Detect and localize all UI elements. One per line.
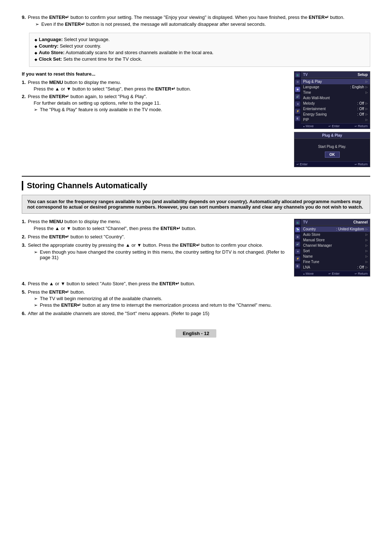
- enter-label-8: ENTER↵: [180, 242, 200, 248]
- storing-step-5-arrow-2-text: Press the ENTER↵ button at any time to i…: [40, 302, 272, 308]
- ch-sidebar-icon-3: ◉: [295, 234, 300, 239]
- setup-row-pip-label: PIP: [303, 118, 366, 122]
- enter-label-9: ENTER↵: [159, 281, 179, 286]
- section-divider: [22, 176, 370, 177]
- setup-menu-box: 📺 ⚙ ◉ 🔊 ◈ ⚡ ◧ TV Setup: [294, 71, 370, 129]
- step-9-text: Press the ENTER↵ button to confirm your …: [28, 15, 370, 20]
- bullet-item-4: ◆ Clock Set: Sets the current time for t…: [34, 56, 365, 62]
- plug-play-dialog-footer: ↵ Enter ↩ Return: [294, 161, 370, 167]
- plug-play-dialog-body: Start Plug & Play. OK: [294, 139, 370, 161]
- enter-icon-1: ↵: [328, 125, 331, 128]
- channel-menu-header: TV Channel: [301, 219, 370, 226]
- sidebar-icon-4: 🔊: [295, 94, 300, 99]
- return-icon-2: ↩: [355, 163, 357, 166]
- channel-row-manager-label: Channel Manager: [303, 243, 366, 247]
- channel-menu-full-row: 📺 📡 ◉ 🔊 ◈ ⚡ ◧ TV Channel: [294, 219, 370, 276]
- storing-step-5-arrow-2: ➢ Press the ENTER↵ button at any time to…: [34, 302, 370, 308]
- reset-step-2-sub: For further details on setting up option…: [34, 100, 287, 106]
- arrow-symbol-3: ➢: [34, 249, 38, 260]
- channel-menu-container: 📺 📡 ◉ 🔊 ◈ ⚡ ◧ TV Channel: [294, 219, 370, 277]
- channel-row-finetune-label: Fine Tune: [303, 260, 366, 264]
- section-title: Storing Channels Automatically: [22, 181, 370, 190]
- reset-step-1-number: 1.: [22, 80, 26, 92]
- storing-step-1-sub-text: Press the ▲ or ▼ button to select "Chann…: [34, 226, 196, 231]
- channel-row-manager: Channel Manager ▷: [301, 243, 370, 248]
- setup-row-language: Language : English ▷: [301, 84, 370, 90]
- setup-row-entertainment-arrow: ▷: [366, 107, 368, 110]
- storing-step-1-text: Press the MENU button to display the men…: [28, 219, 121, 224]
- setup-menu-header: TV Setup: [301, 72, 370, 78]
- channel-row-lna-arrow: ▷: [366, 266, 368, 269]
- channel-menu-body: Country : United Kingdom ▷ Auto Store ▷ …: [301, 226, 370, 271]
- steps-with-ui: 1. Press the MENU button to display the …: [22, 219, 370, 277]
- storing-step-1: 1. Press the MENU button to display the …: [22, 219, 287, 231]
- plug-play-ok-button[interactable]: OK: [325, 152, 340, 158]
- menu-label-2: MENU: [49, 219, 63, 224]
- channel-row-manualstore-label: Manual Store: [303, 238, 366, 242]
- step-9-arrow-text: Even if the ENTER↵ button is not pressed…: [41, 21, 266, 27]
- channel-row-country: Country : United Kingdom ▷: [301, 226, 370, 232]
- storing-step-2-number: 2.: [22, 234, 26, 239]
- setup-row-melody: Melody : Off ▷: [301, 101, 370, 106]
- channel-row-manager-arrow: ▷: [366, 244, 368, 247]
- enter-label-7: ENTER↵: [49, 234, 69, 239]
- channel-row-name: Name ▷: [301, 254, 370, 259]
- ch-footer-move: ⬥ Move: [303, 272, 314, 275]
- setup-row-language-label: Language: [303, 85, 350, 89]
- bullet-text-2: Country: Select your country.: [39, 43, 101, 49]
- channel-row-manualstore: Manual Store ▷: [301, 237, 370, 243]
- channel-row-autostore-label: Auto Store: [303, 233, 366, 237]
- ch-footer-enter: ↵ Enter: [328, 272, 340, 275]
- reset-title: If you want to reset this feature...: [22, 71, 287, 77]
- setup-row-pip: PIP ▷: [301, 117, 370, 122]
- storing-section: Storing Channels Automatically You can s…: [22, 181, 370, 316]
- ch-footer-move-label: Move: [306, 272, 314, 275]
- ch-sidebar-icon-7: ◧: [295, 263, 300, 269]
- page-number-badge: English - 12: [176, 329, 217, 338]
- channel-row-finetune: Fine Tune ▷: [301, 259, 370, 265]
- setup-menu-footer: ⬥ Move ↵ Enter ↩ Return: [301, 123, 370, 129]
- setup-row-wallmount-label: Auto Wall-Mount: [303, 96, 368, 100]
- bullet-item-2: ◆ Country: Select your country.: [34, 43, 365, 49]
- channel-menu-header-left: TV: [303, 220, 308, 224]
- setup-row-energy-label: Energy Saving: [303, 112, 357, 116]
- storing-step-6-content: After all the available channels are sto…: [28, 311, 370, 316]
- plug-play-dialog-text: Start Plug & Play.: [318, 145, 346, 149]
- enter-label-4: ENTER↵: [155, 86, 175, 92]
- storing-step-3-content: Select the appropriate country by pressi…: [28, 242, 287, 260]
- dialog-footer-return-label: Return: [358, 162, 368, 166]
- setup-footer-enter: ↵ Enter: [328, 124, 340, 128]
- reset-step-2-arrow-text: The "Plug & Play" feature is only availa…: [40, 107, 162, 112]
- storing-step-5-content: Press the ENTER↵ button. ➢ The TV will b…: [28, 289, 370, 308]
- reset-step-2: 2. Press the ENTER↵ button again, to sel…: [22, 94, 287, 112]
- reset-step-1: 1. Press the MENU button to display the …: [22, 80, 287, 92]
- storing-step-3: 3. Select the appropriate country by pre…: [22, 242, 287, 260]
- setup-row-energy-arrow: ▷: [366, 113, 368, 116]
- enter-label-3: ENTER↵: [65, 21, 85, 27]
- enter-label-10: ENTER↵: [49, 289, 69, 295]
- enter-label-2: ENTER↵: [309, 15, 329, 20]
- setup-menu-sidebar: 📺 ⚙ ◉ 🔊 ◈ ⚡ ◧: [294, 72, 301, 129]
- storing-step-1-sub: Press the ▲ or ▼ button to select "Chann…: [34, 226, 287, 231]
- setup-row-language-value: : English: [350, 85, 364, 89]
- return-icon-1: ↩: [355, 125, 357, 128]
- storing-step-1-number: 1.: [22, 219, 26, 231]
- channel-menu-sidebar: 📺 📡 ◉ 🔊 ◈ ⚡ ◧: [294, 219, 301, 276]
- channel-row-lna: LNA : Off ▷: [301, 265, 370, 270]
- setup-row-language-arrow: ▷: [366, 85, 368, 89]
- storing-step-2-text: Press the ENTER↵ button to select "Count…: [28, 234, 125, 239]
- storing-step-4-content: Press the ▲ or ▼ button to select "Auto …: [28, 281, 370, 286]
- setup-menu-full-row: 📺 ⚙ ◉ 🔊 ◈ ⚡ ◧ TV Setup: [294, 72, 370, 129]
- setup-row-plug-play: Plug & Play ▷: [301, 79, 370, 84]
- setup-row-time-arrow: ▷: [366, 91, 368, 94]
- dialog-footer-enter-label: Enter: [300, 162, 308, 166]
- storing-step-3-number: 3.: [22, 242, 26, 260]
- arrow-symbol-2: ➢: [34, 107, 38, 112]
- setup-row-entertainment: Entertainment : Off ▷: [301, 106, 370, 112]
- menu-label-1: MENU: [49, 80, 63, 85]
- setup-row-melody-label: Melody: [303, 101, 357, 105]
- setup-row-time: Time ▷: [301, 90, 370, 95]
- channel-row-sort-arrow: ▷: [366, 249, 368, 253]
- channel-row-sort-label: Sort: [303, 249, 366, 253]
- dialog-footer-enter: ↵ Enter: [297, 162, 308, 166]
